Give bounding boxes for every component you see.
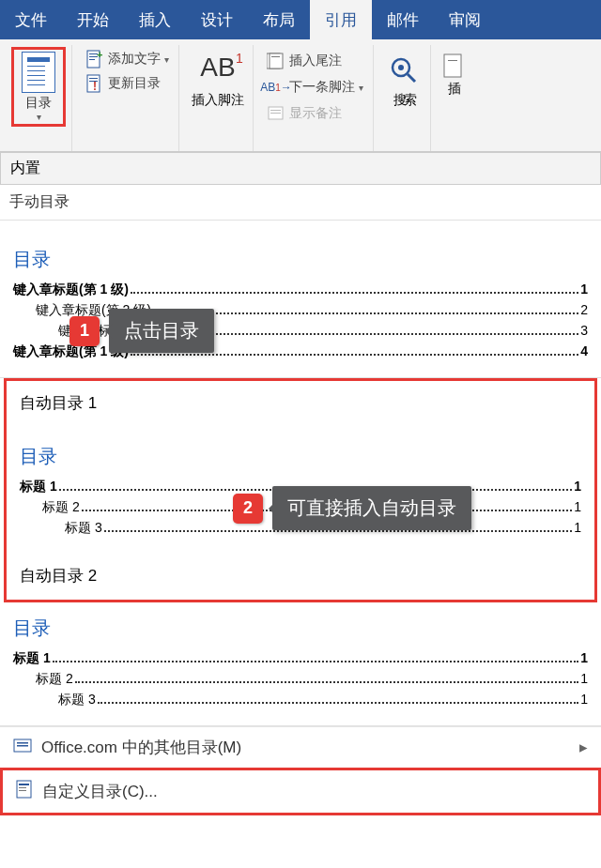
- tab-review[interactable]: 审阅: [434, 0, 496, 39]
- builtin-label: 内置: [10, 159, 40, 178]
- show-notes-label: 显示备注: [289, 105, 342, 122]
- add-text-icon: +: [85, 50, 104, 69]
- badge-2: 2: [233, 494, 263, 524]
- show-notes-button: 显示备注: [263, 101, 367, 126]
- toc-icon: [22, 52, 55, 93]
- show-notes-icon: [267, 104, 285, 123]
- toc-button-highlight: 目录 ▾: [11, 47, 66, 127]
- toc-heading: 目录: [20, 444, 581, 469]
- search-icon: [390, 56, 418, 84]
- svg-rect-6: [89, 78, 98, 79]
- next-footnote-label: 下一条脚注: [289, 79, 355, 96]
- svg-line-17: [408, 74, 415, 82]
- chevron-down-icon: ▾: [37, 112, 41, 122]
- svg-rect-14: [270, 113, 281, 114]
- svg-rect-21: [17, 742, 28, 744]
- update-toc-icon: !: [85, 74, 104, 93]
- toc-dropdown: 内置 手动目录 目录 键入章标题(第 1 级)1键入章标题(第 2 级)2键入章…: [0, 152, 601, 815]
- search-button[interactable]: 搜索: [383, 47, 424, 109]
- svg-rect-3: [89, 59, 95, 60]
- svg-rect-10: [270, 53, 283, 69]
- toc-heading: 目录: [13, 616, 588, 641]
- chevron-right-icon: ▸: [579, 738, 588, 757]
- svg-text:!: !: [93, 80, 97, 93]
- svg-rect-18: [444, 54, 461, 77]
- tab-mailings[interactable]: 邮件: [372, 0, 434, 39]
- chevron-down-icon: ▾: [164, 54, 169, 65]
- update-toc-label: 更新目录: [108, 75, 161, 92]
- toc-button[interactable]: 目录 ▾: [16, 52, 61, 122]
- svg-rect-22: [17, 745, 28, 747]
- tab-design[interactable]: 设计: [186, 0, 248, 39]
- annotation-1: 1 点击目录: [69, 309, 214, 353]
- tab-layout[interactable]: 布局: [248, 0, 310, 39]
- insert-partial-label: 插: [448, 81, 461, 98]
- svg-rect-25: [19, 787, 26, 788]
- svg-rect-24: [19, 784, 29, 785]
- toc-line: 标题 31: [13, 692, 588, 708]
- insert-partial-button[interactable]: 插: [440, 47, 469, 98]
- ribbon-tabs: 文件 开始 插入 设计 布局 引用 邮件 审阅: [0, 0, 601, 39]
- svg-rect-23: [17, 781, 31, 798]
- ribbon-bar: 目录 ▾ + 添加文字 ▾ ! 更新目录 AB1 插入脚注: [0, 39, 601, 152]
- search-label: 搜索: [393, 92, 414, 109]
- callout-1: 点击目录: [109, 309, 214, 353]
- dropdown-builtin-header: 内置: [0, 152, 601, 185]
- custom-toc[interactable]: 自定义目录(C)...: [0, 768, 601, 815]
- tab-file[interactable]: 文件: [0, 0, 62, 39]
- manual-toc-option[interactable]: 手动目录: [0, 185, 601, 221]
- footnote-icon: AB1: [200, 53, 235, 83]
- office-more-toc[interactable]: Office.com 中的其他目录(M) ▸: [0, 726, 601, 768]
- chevron-down-icon: ▾: [359, 83, 363, 93]
- tab-insert[interactable]: 插入: [124, 0, 186, 39]
- insert-endnote-label: 插入尾注: [289, 53, 342, 69]
- update-toc-button[interactable]: ! 更新目录: [82, 71, 164, 96]
- svg-text:+: +: [97, 50, 102, 60]
- svg-rect-11: [271, 56, 280, 57]
- add-text-button[interactable]: + 添加文字 ▾: [82, 47, 173, 71]
- auto-toc-2-option[interactable]: 自动目录 2: [7, 554, 594, 600]
- svg-rect-13: [270, 110, 281, 111]
- toc-line: 标题 11: [13, 650, 588, 667]
- auto-toc-1-option[interactable]: 自动目录 1: [7, 381, 594, 418]
- toc-line: 键入章标题(第 1 级)1: [13, 282, 588, 298]
- svg-point-16: [398, 65, 404, 70]
- add-text-label: 添加文字: [108, 51, 161, 68]
- toc-label: 目录: [25, 95, 52, 112]
- insert-footnote-button[interactable]: AB1 插入脚注: [189, 47, 247, 109]
- svg-rect-26: [19, 790, 26, 791]
- office-more-label: Office.com 中的其他目录(M): [41, 737, 241, 758]
- svg-rect-19: [448, 60, 457, 61]
- insert-footnote-label: 插入脚注: [192, 92, 244, 109]
- callout-2: 可直接插入自动目录: [272, 486, 471, 530]
- annotation-2: 2 可直接插入自动目录: [233, 486, 471, 530]
- manual-toc-preview[interactable]: 目录 键入章标题(第 1 级)1键入章标题(第 2 级)2键入章标题(第 3 级…: [0, 221, 601, 378]
- custom-toc-icon: [16, 780, 33, 803]
- tab-home[interactable]: 开始: [62, 0, 124, 39]
- next-footnote-button[interactable]: AB1→ 下一条脚注 ▾: [263, 75, 367, 99]
- office-icon: [13, 737, 32, 758]
- citation-icon: [442, 53, 467, 81]
- auto-toc-2-preview[interactable]: 目录 标题 11标题 21标题 31: [0, 602, 601, 726]
- toc-line: 标题 21: [13, 671, 588, 688]
- insert-endnote-button[interactable]: 插入尾注: [263, 49, 367, 73]
- toc-heading: 目录: [13, 247, 588, 272]
- tab-references[interactable]: 引用: [310, 0, 372, 39]
- badge-1: 1: [69, 316, 100, 346]
- next-footnote-icon: AB1→: [267, 78, 285, 97]
- custom-toc-label: 自定义目录(C)...: [42, 781, 158, 802]
- endnote-icon: [267, 52, 285, 70]
